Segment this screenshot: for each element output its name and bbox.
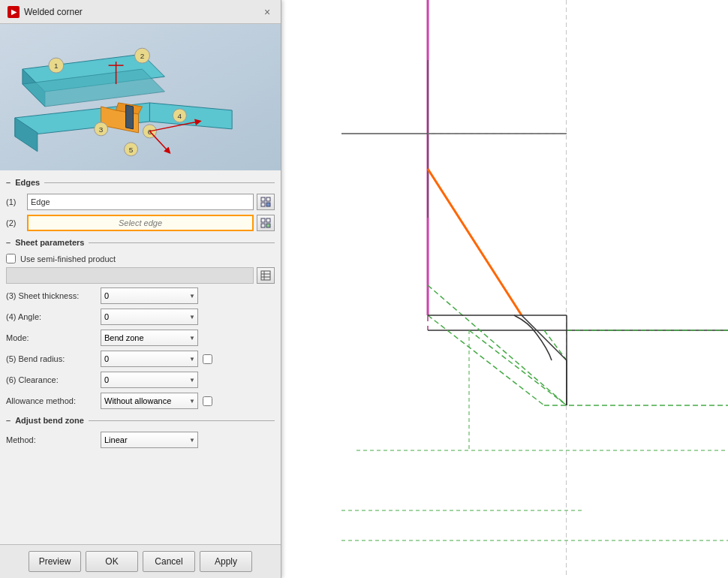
allowance-row: Allowance method: Without allowance With… bbox=[0, 390, 281, 411]
edges-section-header: Edges bbox=[0, 175, 281, 190]
svg-rect-34 bbox=[261, 271, 270, 280]
semi-finished-label: Use semi-finished product bbox=[20, 254, 116, 263]
clearance-row: (6) Clearance: 0 bbox=[0, 369, 281, 390]
preview-button[interactable]: Preview bbox=[29, 551, 81, 572]
angle-select[interactable]: 0 bbox=[101, 309, 198, 325]
clearance-wrapper: 0 bbox=[101, 372, 198, 388]
form-content: Edges (1) (2) Sheet parameters Use semi-… bbox=[0, 170, 281, 544]
svg-rect-26 bbox=[261, 197, 265, 201]
sheet-thickness-label: (3) Sheet thickness: bbox=[6, 291, 96, 300]
sheet-thickness-select[interactable]: 0 bbox=[101, 287, 198, 304]
title-bar: ▶ Welded corner × bbox=[0, 0, 281, 24]
method-select[interactable]: Linear Quadratic Cubic bbox=[101, 432, 198, 448]
svg-rect-30 bbox=[261, 218, 265, 222]
clearance-select[interactable]: 0 bbox=[101, 372, 198, 388]
svg-rect-28 bbox=[261, 203, 265, 206]
svg-marker-15 bbox=[126, 105, 134, 129]
semi-input bbox=[6, 267, 254, 284]
svg-rect-31 bbox=[266, 218, 270, 222]
method-label: Method: bbox=[6, 435, 96, 444]
allowance-label: Allowance method: bbox=[6, 396, 96, 405]
edge2-row: (2) bbox=[0, 212, 281, 233]
title-bar-left: ▶ Welded corner bbox=[8, 6, 83, 18]
adjust-bend-header: Adjust bend zone bbox=[0, 413, 281, 428]
preview-area: 1 2 3 4 5 bbox=[0, 24, 281, 170]
close-button[interactable]: × bbox=[261, 6, 273, 18]
mode-wrapper: Bend zone Miter Butt bbox=[101, 330, 198, 346]
allowance-select[interactable]: Without allowance With allowance bbox=[101, 393, 198, 409]
svg-text:2: 2 bbox=[140, 52, 145, 60]
semi-finished-checkbox[interactable] bbox=[6, 254, 16, 263]
cancel-button[interactable]: Cancel bbox=[143, 551, 195, 572]
edge1-input[interactable] bbox=[27, 194, 254, 210]
ok-button[interactable]: OK bbox=[86, 551, 138, 572]
dialog-title: Welded corner bbox=[24, 7, 83, 17]
sheet-thickness-row: (3) Sheet thickness: 0 bbox=[0, 285, 281, 306]
edge1-select-button[interactable] bbox=[257, 194, 275, 210]
table-button[interactable] bbox=[257, 267, 275, 284]
angle-wrapper: 0 bbox=[101, 309, 198, 325]
svg-marker-45 bbox=[567, 0, 728, 578]
edge2-num: (2) bbox=[6, 218, 24, 227]
mode-select[interactable]: Bend zone Miter Butt bbox=[101, 330, 198, 346]
svg-text:4: 4 bbox=[178, 112, 182, 120]
edge1-row: (1) bbox=[0, 191, 281, 212]
svg-text:3: 3 bbox=[99, 125, 104, 134]
edge2-select-button[interactable] bbox=[257, 215, 275, 231]
allowance-checkbox[interactable] bbox=[203, 396, 212, 406]
3d-viewport[interactable] bbox=[281, 0, 728, 578]
preview-illustration: 1 2 3 4 5 bbox=[0, 24, 281, 170]
svg-rect-27 bbox=[266, 197, 270, 201]
bend-radius-wrapper: 0 bbox=[101, 351, 198, 367]
svg-text:1: 1 bbox=[54, 62, 59, 70]
viewport-svg bbox=[281, 0, 728, 578]
svg-rect-33 bbox=[266, 224, 270, 227]
method-wrapper: Linear Quadratic Cubic bbox=[101, 432, 198, 448]
semi-finished-row: Use semi-finished product bbox=[0, 251, 281, 266]
bend-radius-label: (5) Bend radius: bbox=[6, 354, 96, 363]
bend-radius-select[interactable]: 0 bbox=[101, 351, 198, 367]
sheet-thickness-wrapper: 0 bbox=[101, 287, 198, 304]
semi-input-row bbox=[0, 266, 281, 285]
bend-radius-checkbox[interactable] bbox=[203, 354, 212, 364]
svg-rect-29 bbox=[266, 203, 270, 206]
edge2-input[interactable] bbox=[27, 215, 254, 231]
clearance-label: (6) Clearance: bbox=[6, 375, 96, 384]
dialog-panel: ▶ Welded corner × 1 bbox=[0, 0, 281, 578]
mode-label: Mode: bbox=[6, 333, 96, 342]
mode-row: Mode: Bend zone Miter Butt bbox=[0, 327, 281, 348]
svg-text:5: 5 bbox=[129, 146, 134, 154]
bend-radius-row: (5) Bend radius: 0 bbox=[0, 348, 281, 369]
button-bar: Preview OK Cancel Apply bbox=[0, 544, 281, 578]
edge1-num: (1) bbox=[6, 197, 24, 206]
angle-row: (4) Angle: 0 bbox=[0, 306, 281, 327]
app-icon: ▶ bbox=[8, 6, 20, 18]
allowance-wrapper: Without allowance With allowance bbox=[101, 393, 198, 409]
angle-label: (4) Angle: bbox=[6, 312, 96, 321]
sheet-params-header: Sheet parameters bbox=[0, 235, 281, 250]
svg-rect-32 bbox=[261, 224, 265, 227]
apply-button[interactable]: Apply bbox=[200, 551, 252, 572]
method-row: Method: Linear Quadratic Cubic bbox=[0, 429, 281, 450]
